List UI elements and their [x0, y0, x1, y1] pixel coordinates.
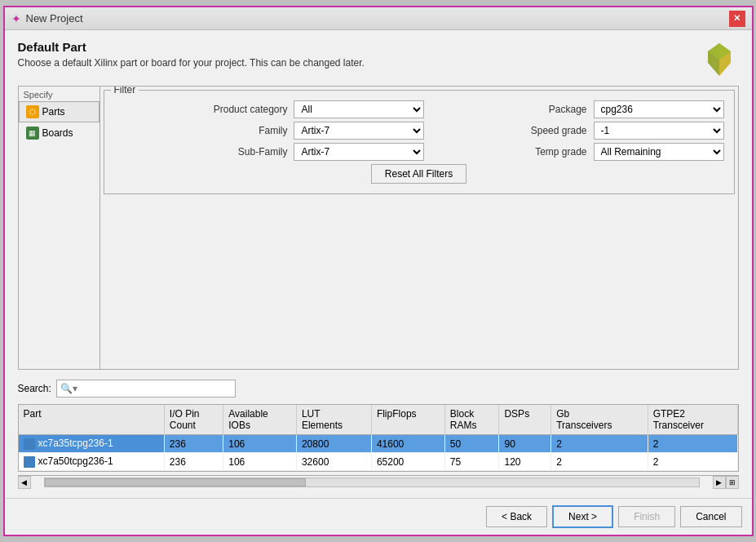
filter-rows: Product category All General Purpose Aut… [114, 100, 724, 161]
filter-panel: Filter Product category All General Purp… [100, 87, 738, 369]
col-flipflops: FlipFlops [371, 405, 444, 435]
chip-icon [24, 438, 35, 450]
col-dsps: DSPs [499, 405, 551, 435]
table-cell: 20800 [296, 435, 371, 453]
next-button[interactable]: Next > [552, 505, 613, 528]
horizontal-scrollbar[interactable]: ◀ ▶ ⊞ [18, 475, 739, 488]
family-select[interactable]: Artix-7 Kintex-7 Virtex-7 [294, 122, 424, 140]
table-header-row: Part I/O PinCount AvailableIOBs LUTEleme… [19, 405, 738, 435]
table-cell: xc7a50tcpg236-1 [19, 453, 165, 471]
table-cell: 65200 [371, 453, 444, 471]
header-text: Default Part Choose a default Xilinx par… [18, 40, 365, 69]
col-available-iobs: AvailableIOBs [223, 405, 297, 435]
sub-family-label: Sub-Family [114, 146, 288, 158]
page-description: Choose a default Xilinx part or board fo… [18, 57, 365, 69]
product-category-label: Product category [114, 104, 288, 115]
reset-filters-button[interactable]: Reset All Filters [371, 164, 466, 184]
table-cell: 2 [648, 435, 737, 453]
col-gb-transceivers: GbTransceivers [551, 405, 648, 435]
table-row[interactable]: xc7a50tcpg236-123610632600652007512022 [19, 453, 738, 471]
header-section: Default Part Choose a default Xilinx par… [18, 40, 739, 79]
table-cell: 2 [551, 453, 648, 471]
table-body: xc7a35tcpg236-12361062080041600509022xc7… [19, 435, 738, 471]
chip-icon [24, 456, 35, 468]
speed-grade-select[interactable]: -1 -2 -3 [594, 122, 724, 140]
table-cell: 2 [648, 453, 737, 471]
col-gtpe2: GTPE2Transceiver [648, 405, 737, 435]
back-button[interactable]: < Back [486, 506, 547, 527]
cancel-button[interactable]: Cancel [680, 506, 741, 527]
close-button[interactable]: ✕ [729, 11, 745, 27]
product-category-select[interactable]: All General Purpose Automotive [294, 100, 424, 118]
temp-grade-label: Temp grade [431, 146, 586, 158]
table-cell: 41600 [371, 435, 444, 453]
boards-icon: ▦ [26, 127, 39, 140]
table-cell: 120 [499, 453, 551, 471]
col-io-pin: I/O PinCount [164, 405, 223, 435]
col-lut: LUTElements [296, 405, 371, 435]
finish-button[interactable]: Finish [618, 506, 675, 527]
filter-group: Filter Product category All General Purp… [104, 90, 735, 194]
main-window: ✦ New Project ✕ Default Part Choose a de… [3, 6, 754, 536]
package-select[interactable]: cpg236 csg324 ftg256 [594, 100, 724, 118]
filter-legend: Filter [111, 86, 139, 96]
table-cell: 32600 [296, 453, 371, 471]
window-icon: ✦ [11, 12, 21, 25]
specify-panel: Specify ⬡ Parts ▦ Boards [19, 87, 100, 369]
table-cell: 50 [444, 435, 499, 453]
sidebar-item-boards[interactable]: ▦ Boards [19, 122, 99, 144]
scrollbar-track[interactable] [44, 478, 700, 487]
page-title: Default Part [18, 40, 365, 54]
search-input[interactable] [56, 380, 236, 398]
table-cell: 106 [223, 435, 297, 453]
title-bar: ✦ New Project ✕ [5, 7, 752, 30]
table-cell: 106 [223, 453, 297, 471]
table-cell: 90 [499, 435, 551, 453]
search-row: Search: [18, 376, 739, 401]
parts-icon: ⬡ [26, 105, 39, 118]
scroll-right-button[interactable]: ▶ [713, 476, 726, 489]
scrollbar-thumb[interactable] [45, 478, 307, 486]
sidebar-item-parts-label: Parts [42, 106, 65, 118]
search-label: Search: [18, 383, 51, 394]
main-panel: Specify ⬡ Parts ▦ Boards Filter Product … [18, 86, 739, 370]
speed-grade-label: Speed grade [431, 125, 586, 136]
parts-table-container[interactable]: Part I/O PinCount AvailableIOBs LUTEleme… [18, 404, 739, 472]
xilinx-logo [700, 40, 739, 79]
package-label: Package [431, 104, 586, 115]
sub-family-select[interactable]: Artix-7 [294, 143, 424, 161]
bottom-area: Search: Part I/O PinCount AvailableIOBs … [18, 376, 739, 488]
window-title: New Project [26, 12, 83, 24]
col-part: Part [19, 405, 165, 435]
parts-table: Part I/O PinCount AvailableIOBs LUTEleme… [19, 405, 738, 471]
sidebar-item-parts[interactable]: ⬡ Parts [19, 101, 99, 122]
dialog-footer: < Back Next > Finish Cancel [5, 498, 752, 535]
temp-grade-select[interactable]: All Remaining Commercial Industrial [594, 143, 724, 161]
title-bar-left: ✦ New Project [11, 12, 83, 25]
table-cell: 236 [164, 453, 223, 471]
scroll-left-button[interactable]: ◀ [18, 476, 31, 489]
table-cell: xc7a35tcpg236-1 [19, 435, 165, 453]
table-cell: 2 [551, 435, 648, 453]
specify-label: Specify [19, 87, 99, 101]
sidebar-item-boards-label: Boards [42, 127, 73, 139]
expand-icon: ⊞ [726, 476, 739, 489]
table-cell: 75 [444, 453, 499, 471]
content-area: Default Part Choose a default Xilinx par… [5, 30, 752, 498]
col-block-rams: BlockRAMs [444, 405, 499, 435]
table-cell: 236 [164, 435, 223, 453]
table-row[interactable]: xc7a35tcpg236-12361062080041600509022 [19, 435, 738, 453]
family-label: Family [114, 125, 288, 136]
